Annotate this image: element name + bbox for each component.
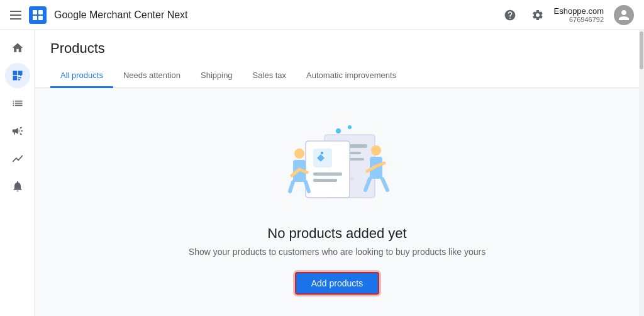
sidebar-item-marketing[interactable]	[5, 118, 30, 144]
svg-rect-2	[33, 16, 37, 20]
app-logo	[29, 6, 47, 24]
page-title: Products	[50, 40, 624, 57]
svg-rect-16	[313, 172, 342, 176]
tab-sales-tax[interactable]: Sales tax	[243, 64, 296, 88]
app-title: Google Merchant Center Next	[54, 9, 188, 21]
sidebar-item-reports[interactable]	[5, 91, 30, 116]
sidebar-item-products[interactable]	[5, 63, 30, 88]
svg-point-18	[294, 149, 304, 159]
top-header: Google Merchant Center Next Eshoppe.com …	[0, 0, 644, 30]
empty-state-title: No products added yet	[267, 225, 406, 242]
page-content: Products All products Needs attention Sh…	[35, 30, 639, 316]
svg-line-22	[290, 182, 293, 191]
svg-point-30	[336, 128, 341, 133]
svg-rect-1	[38, 10, 43, 14]
main-layout: Products All products Needs attention Sh…	[0, 30, 644, 316]
sidebar-item-notifications[interactable]	[5, 174, 30, 199]
hamburger-menu[interactable]	[10, 11, 21, 20]
empty-state-illustration	[268, 110, 406, 210]
svg-point-31	[348, 125, 352, 129]
svg-point-12	[350, 177, 354, 181]
settings-button[interactable]	[526, 4, 549, 26]
tab-all-products[interactable]: All products	[50, 64, 113, 88]
sidebar-item-analytics[interactable]	[5, 146, 30, 171]
svg-point-24	[371, 145, 381, 155]
scrollbar-thumb	[640, 31, 643, 69]
add-products-button[interactable]: Add products	[295, 272, 380, 295]
account-id: 676946792	[569, 16, 604, 23]
empty-state: No products added yet Show your products…	[35, 88, 639, 316]
tab-shipping[interactable]: Shipping	[191, 64, 243, 88]
header-actions: Eshoppe.com 676946792	[499, 4, 635, 26]
account-name: Eshoppe.com	[554, 6, 604, 16]
sidebar-item-home[interactable]	[5, 35, 30, 60]
help-button[interactable]	[499, 4, 521, 26]
avatar[interactable]	[614, 5, 634, 25]
page-header: Products	[35, 30, 639, 64]
svg-rect-3	[38, 16, 43, 20]
svg-rect-17	[313, 179, 337, 182]
sidebar	[0, 30, 35, 316]
account-info: Eshoppe.com 676946792	[554, 6, 604, 23]
header-left: Google Merchant Center Next	[10, 6, 499, 24]
tabs-bar: All products Needs attention Shipping Sa…	[35, 64, 639, 88]
tab-needs-attention[interactable]: Needs attention	[113, 64, 191, 88]
svg-line-29	[382, 179, 387, 190]
empty-state-subtitle: Show your products to customers who are …	[189, 247, 486, 257]
svg-rect-0	[33, 10, 37, 14]
tab-automatic-improvements[interactable]: Automatic improvements	[296, 64, 406, 88]
scrollbar-track[interactable]	[639, 30, 644, 316]
svg-point-15	[321, 152, 323, 154]
